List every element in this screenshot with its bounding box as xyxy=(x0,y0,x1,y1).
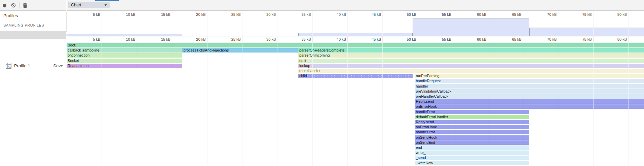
ruler-tick-label: 50 kB xyxy=(393,12,416,16)
ruler-tick-label: 15 kB xyxy=(147,12,171,16)
flame-ruler: 5 kB10 kB15 kB20 kB25 kB30 kB35 kB40 kB4… xyxy=(67,36,644,42)
flame-bar[interactable]: end xyxy=(415,145,529,150)
view-mode-value: Chart xyxy=(71,3,81,7)
chart-toolbar: Chart xyxy=(67,0,644,11)
record-button[interactable] xyxy=(2,3,6,7)
flame-bar[interactable]: emit xyxy=(298,59,644,63)
ruler-tick-label: 45 kB xyxy=(357,12,381,16)
overview-step xyxy=(298,33,413,36)
ruler-tick-label: 40 kB xyxy=(323,37,346,41)
flame-bar[interactable]: handler xyxy=(415,84,644,89)
flame-bar[interactable]: preValidationCallback xyxy=(415,89,644,94)
profile-grid-icon: % xyxy=(6,63,11,69)
gridline xyxy=(102,11,102,36)
ruler-tick-label: 25 kB xyxy=(217,37,241,41)
flame-bar[interactable]: onSendEnd xyxy=(415,140,529,145)
ruler-tick-label: 25 kB xyxy=(217,12,241,16)
gridline-highlight xyxy=(207,42,207,166)
ruler-tick-label: 30 kB xyxy=(252,37,276,41)
view-mode-select[interactable]: Chart xyxy=(68,2,110,8)
ruler-tick-label: 65 kB xyxy=(498,12,522,16)
overview-pane[interactable]: 5 kB10 kB15 kB20 kB25 kB30 kB35 kB40 kB4… xyxy=(67,11,644,36)
flame-bar[interactable]: lookup xyxy=(298,64,644,68)
save-profile-link[interactable]: Save xyxy=(53,63,63,68)
sampling-profiles-section-label: SAMPLING PROFILES xyxy=(3,23,44,27)
ruler-tick-label: 80 kB xyxy=(603,12,627,16)
chevron-down-icon xyxy=(104,4,107,6)
flame-bar[interactable]: _writeRaw xyxy=(415,161,529,165)
flame-bar[interactable]: write_ xyxy=(415,151,529,155)
ruler-tick-label: 60 kB xyxy=(463,37,487,41)
flame-bar[interactable]: runPreParsing xyxy=(415,74,644,78)
ruler-tick-label: 35 kB xyxy=(288,37,311,41)
flame-bar[interactable]: processTicksAndRejections xyxy=(182,48,298,53)
gridline xyxy=(242,11,242,36)
flame-bar[interactable]: child xyxy=(298,74,413,78)
ruler-tick-label: 55 kB xyxy=(428,37,451,41)
flame-bar[interactable]: defaultErrorHandler xyxy=(415,115,529,119)
trash-icon xyxy=(23,3,28,8)
profile-name: Profile 1 xyxy=(14,63,30,68)
flame-bar[interactable]: Readable.on xyxy=(67,64,182,68)
svg-text:%: % xyxy=(8,66,11,69)
ruler-tick-label: 50 kB xyxy=(393,37,416,41)
flame-bar[interactable]: callbackTrampoline xyxy=(67,48,182,53)
ruler-tick-label: 10 kB xyxy=(112,12,136,16)
flame-bar[interactable]: handleError xyxy=(415,110,529,114)
flame-bar[interactable]: parserOnIncoming xyxy=(298,53,644,58)
profiles-toolbar xyxy=(0,0,66,11)
flame-bar[interactable]: parserOnHeadersComplete xyxy=(298,48,644,53)
ruler-tick-label: 30 kB xyxy=(252,12,276,16)
flame-bar[interactable]: routeHandler xyxy=(298,69,644,73)
ruler-tick-label: 70 kB xyxy=(533,37,557,41)
flame-chart: (root)callbackTrampolineprocessTicksAndR… xyxy=(67,42,644,166)
ruler-tick-label: 5 kB xyxy=(77,37,100,41)
flame-bar[interactable]: preHandlerCallback xyxy=(415,94,644,99)
flame-bar[interactable]: onErrorHook xyxy=(415,104,644,109)
flame-bar[interactable]: Socket xyxy=(67,59,182,63)
ruler-tick-label: 60 kB xyxy=(463,12,487,16)
overview-step xyxy=(413,19,529,36)
flame-bar[interactable]: Reply.send xyxy=(415,99,644,104)
sidebar-item-profile-1[interactable]: % Profile 1 Save xyxy=(0,31,66,39)
gridline xyxy=(137,11,137,36)
ruler-tick-label: 35 kB xyxy=(288,12,311,16)
ruler-tick-label: 45 kB xyxy=(357,37,381,41)
profiles-sidebar: Profiles SAMPLING PROFILES % Profile 1 S… xyxy=(0,0,66,166)
gridline xyxy=(172,11,172,36)
overview-resize-handle[interactable] xyxy=(67,12,67,32)
block-icon xyxy=(11,3,16,8)
gridline xyxy=(277,11,277,36)
record-icon xyxy=(3,4,6,7)
ruler-tick-label: 65 kB xyxy=(498,37,522,41)
clear-button[interactable] xyxy=(11,3,16,8)
flame-bar[interactable]: onSendHook xyxy=(415,135,529,140)
overview-step xyxy=(529,28,644,36)
ruler-tick-label: 5 kB xyxy=(77,12,100,16)
tab-indicator-bar xyxy=(95,0,119,1)
flame-bar[interactable]: Reply.send xyxy=(415,120,529,124)
flame-bar[interactable]: onconnection xyxy=(67,53,182,58)
ruler-tick-label: 55 kB xyxy=(428,12,451,16)
gridline-highlight xyxy=(277,42,277,166)
flame-bar[interactable]: handleError xyxy=(415,130,529,134)
ruler-tick-label: 15 kB xyxy=(147,37,171,41)
flame-bar[interactable]: _send xyxy=(415,156,529,160)
ruler-tick-label: 75 kB xyxy=(568,37,592,41)
ruler-tick-label: 80 kB xyxy=(603,37,627,41)
ruler-tick-label: 20 kB xyxy=(182,12,206,16)
ruler-tick-label: 20 kB xyxy=(182,37,206,41)
flame-bar[interactable]: onErrorHook xyxy=(415,125,529,129)
ruler-tick-label: 10 kB xyxy=(112,37,136,41)
flame-bar[interactable]: (root) xyxy=(67,43,644,47)
gridline xyxy=(207,11,207,36)
delete-profile-button[interactable] xyxy=(23,3,28,8)
profiler-panel: Profiles SAMPLING PROFILES % Profile 1 S… xyxy=(0,0,644,166)
profiles-title: Profiles xyxy=(3,13,18,18)
toolbar-separator xyxy=(20,2,20,8)
flame-bar[interactable]: handleRequest xyxy=(415,79,644,83)
ruler-tick-label: 70 kB xyxy=(533,12,557,16)
ruler-tick-label: 75 kB xyxy=(568,12,592,16)
ruler-tick-label: 40 kB xyxy=(323,12,346,16)
gridline-highlight xyxy=(242,42,242,166)
